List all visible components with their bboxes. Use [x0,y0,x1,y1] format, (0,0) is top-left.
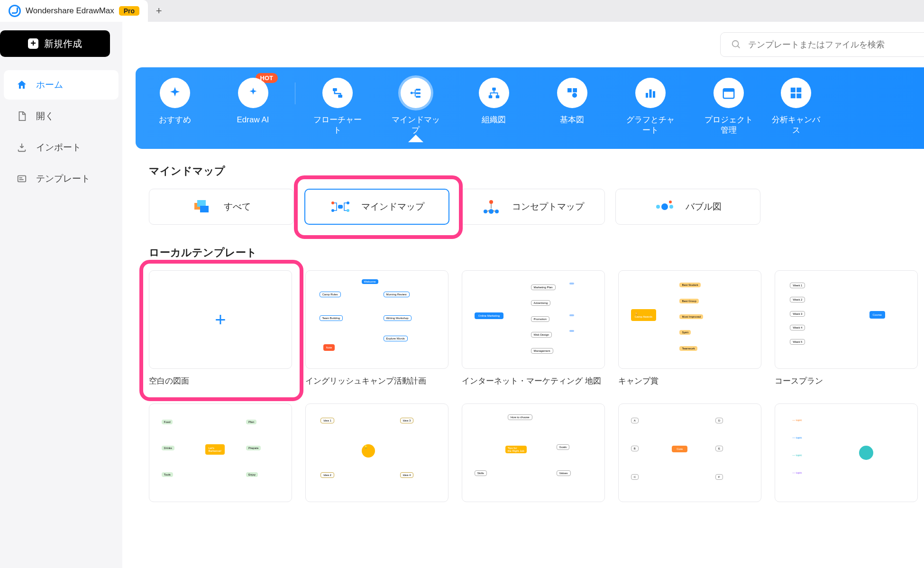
app-title: Wondershare EdrawMax [26,6,114,16]
filter-bubble[interactable]: バブル図 [615,189,760,225]
category-recommended[interactable]: おすすめ [136,78,214,125]
category-label: プロジェクト管理 [703,115,755,136]
section-title-local: ローカルテンプレート [149,246,924,260]
plus-icon: + [156,5,162,17]
svg-rect-0 [18,176,26,182]
sidebar-item-label: テンプレート [36,173,90,185]
svg-rect-11 [492,88,496,91]
filter-mindmap[interactable]: マインドマップ [304,189,449,225]
svg-point-29 [331,202,334,204]
svg-rect-17 [646,93,648,98]
sidebar-item-home[interactable]: ホーム [4,70,119,100]
svg-rect-12 [488,95,492,98]
template-label: 空白の図面 [149,376,292,386]
svg-rect-22 [791,88,796,92]
svg-point-7 [410,92,412,94]
svg-rect-24 [791,93,796,98]
template-icon [16,173,27,184]
category-basic[interactable]: 基本図 [533,78,611,125]
svg-rect-18 [649,90,651,98]
svg-rect-16 [573,88,577,92]
search-box[interactable] [720,32,924,57]
svg-rect-27 [197,200,206,207]
template-item[interactable]: 💡 Idea 1 Idea 2 Idea 3 Idea 4 [305,403,448,502]
svg-point-40 [669,205,673,209]
category-label: フローチャート [311,115,364,136]
svg-rect-5 [333,88,337,91]
selected-arrow-icon [408,135,423,142]
section-title-mindmap: マインドマップ [149,164,924,178]
new-document-button[interactable]: 新規作成 [0,30,110,57]
svg-rect-2 [19,179,24,180]
search-input[interactable] [748,40,918,50]
sidebar-item-open[interactable]: 開く [4,101,119,131]
template-label: インターネット・マーケティング 地図 [462,376,605,386]
sidebar-item-label: インポート [36,141,81,154]
svg-point-32 [347,209,349,212]
svg-point-39 [656,205,660,209]
category-edraw-ai[interactable]: HOT Edraw AI [214,78,292,125]
svg-point-35 [484,210,487,213]
category-chart[interactable]: グラフとチャート [611,78,689,136]
template-camp-award[interactable]: 🏆Camp Awards Best Student Best Group Mos… [618,270,761,386]
template-item[interactable]: — topic — topic — topic — topic [775,403,918,502]
category-mindmap[interactable]: マインドマップ [376,78,455,136]
svg-point-37 [489,209,494,214]
pro-badge: Pro [119,6,139,16]
sidebar-item-label: ホーム [36,79,63,91]
template-item[interactable]: Let'sBarbecue! Food Drinks Tools Plan Pr… [149,403,292,502]
sidebar-item-label: 開く [36,110,54,122]
category-label: 基本図 [560,115,584,125]
calendar-icon [722,86,736,100]
category-flowchart[interactable]: フローチャート [298,78,376,136]
template-item[interactable]: Core A B C D E F [618,403,761,502]
svg-rect-19 [653,91,655,98]
flowchart-icon [330,86,345,100]
sidebar-item-import[interactable]: インポート [4,133,119,162]
plus-square-icon [28,38,38,49]
template-grid-row2: Let'sBarbecue! Food Drinks Tools Plan Pr… [149,403,924,502]
category-analysis[interactable]: 分析キャンバス [768,78,824,136]
template-grid-row1: + 空白の図面 Welcome Camp Rules Morning Revie… [149,270,924,386]
template-blank[interactable]: + 空白の図面 [149,270,292,386]
svg-point-34 [489,200,493,204]
titlebar: Wondershare EdrawMax Pro + [0,0,924,22]
svg-point-30 [331,209,334,212]
orgchart-icon [487,86,501,100]
new-tab-button[interactable]: + [148,0,170,22]
category-project[interactable]: プロジェクト管理 [689,78,768,136]
app-tab[interactable]: Wondershare EdrawMax Pro [0,0,148,22]
svg-rect-6 [338,95,342,98]
filter-label: バブル図 [686,201,722,213]
svg-point-41 [669,201,672,203]
ai-sparkle-icon [246,86,260,100]
svg-rect-14 [567,88,572,92]
shapes-icon [565,86,579,100]
sidebar-item-template[interactable]: テンプレート [4,164,119,193]
filter-all[interactable]: すべて [149,189,294,225]
svg-point-38 [661,203,668,210]
filter-row: すべて マインドマップ コンセプトマップ バブル図 [149,189,924,225]
filter-label: コンセプトマップ [512,201,584,213]
mindmap-small-icon [330,197,351,216]
plus-icon: + [215,309,226,330]
category-label: 分析キャンバス [770,115,822,136]
svg-rect-23 [796,88,801,92]
all-shapes-icon [192,197,213,216]
template-internet-marketing[interactable]: Online Marketing Marketing Plan Advertis… [462,270,605,386]
bubble-chart-icon [654,197,675,216]
category-orgchart[interactable]: 組織図 [455,78,533,125]
category-label: おすすめ [159,115,191,125]
bar-chart-icon [643,86,658,100]
svg-rect-1 [19,177,22,178]
template-course-plan[interactable]: Course Week 1 Week 2 Week 3 Week 4 Week … [775,270,918,386]
new-button-label: 新規作成 [44,37,82,50]
svg-rect-33 [338,205,343,209]
template-item[interactable]: How to choose Tips forthe Right Job Skil… [462,403,605,502]
search-icon [731,39,741,50]
template-english-camp[interactable]: Welcome Camp Rules Morning Review Team B… [305,270,448,386]
svg-rect-21 [723,89,734,92]
separator [295,82,295,104]
category-label: Edraw AI [237,115,269,125]
filter-concept[interactable]: コンセプトマップ [460,189,605,225]
